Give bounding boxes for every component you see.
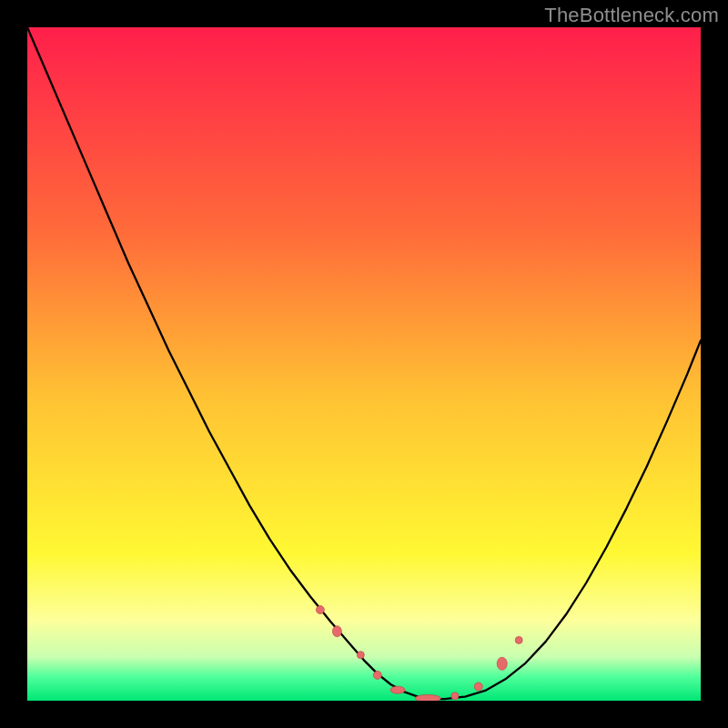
outer-frame: TheBottleneck.com	[0, 0, 728, 728]
threshold-marker	[515, 636, 522, 643]
threshold-marker	[316, 606, 324, 614]
threshold-marker	[474, 682, 482, 691]
threshold-marker	[415, 694, 440, 701]
watermark-text: TheBottleneck.com	[544, 4, 719, 27]
threshold-marker	[497, 657, 507, 670]
threshold-marker	[451, 693, 459, 700]
threshold-marker	[357, 652, 364, 659]
bottleneck-chart	[27, 27, 701, 701]
chart-background	[27, 27, 701, 701]
threshold-marker	[390, 686, 405, 693]
threshold-marker	[373, 671, 381, 679]
threshold-marker	[332, 626, 341, 637]
